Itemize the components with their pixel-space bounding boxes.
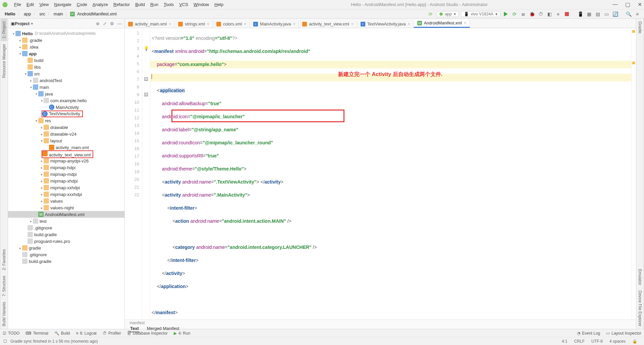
- menu-code[interactable]: Code: [74, 2, 90, 7]
- tab-build-variants[interactable]: Build Variants: [1, 299, 7, 329]
- attach-icon[interactable]: ⎆: [555, 11, 561, 17]
- chevron-right-icon[interactable]: ▸: [40, 179, 44, 183]
- maximize-icon[interactable]: ▢: [625, 1, 630, 8]
- drawable-icon[interactable]: 🖼: [142, 75, 150, 83]
- bb-layout-inspector[interactable]: ▭Layout Inspector: [606, 331, 641, 336]
- sync-gradle-icon[interactable]: 🔄: [612, 11, 619, 17]
- chevron-down-icon[interactable]: ▾: [34, 92, 38, 96]
- tree-item[interactable]: build.gradle: [8, 258, 124, 265]
- tab-project[interactable]: 1: Project: [1, 19, 7, 41]
- lock-icon[interactable]: 🔒: [629, 339, 641, 344]
- chevron-right-icon[interactable]: ▸: [40, 206, 44, 210]
- tree-item[interactable]: proguard-rules.pro: [8, 238, 124, 245]
- project-panel-title[interactable]: Project: [15, 21, 30, 26]
- tree-item[interactable]: ▸gradle: [8, 245, 124, 251]
- status-icon[interactable]: ☐: [3, 339, 7, 344]
- run-config-dropdown[interactable]: app ▾: [436, 11, 459, 17]
- stop-icon[interactable]: [564, 11, 570, 17]
- status-enc[interactable]: UTF-8: [588, 339, 606, 344]
- tree-item[interactable]: ▸mipmap-xxhdpi: [8, 184, 124, 191]
- close-tab-icon[interactable]: ×: [169, 22, 171, 26]
- bulb-icon[interactable]: 💡: [142, 45, 150, 52]
- chevron-down-icon[interactable]: ▾: [40, 139, 44, 143]
- tree-item[interactable]: CMainActivity: [8, 104, 124, 111]
- chevron-right-icon[interactable]: ▸: [40, 159, 44, 163]
- menu-tools[interactable]: Tools: [161, 2, 176, 7]
- menu-view[interactable]: View: [37, 2, 51, 7]
- chevron-down-icon[interactable]: ▾: [40, 99, 44, 102]
- tree-item[interactable]: ▾java: [8, 90, 124, 97]
- close-tab-icon[interactable]: ×: [293, 22, 295, 26]
- drawable-icon[interactable]: 🖼: [142, 91, 150, 98]
- gear-icon[interactable]: ⚙: [110, 21, 114, 26]
- tree-item[interactable]: ▸androidTest: [8, 77, 124, 84]
- tree-item[interactable]: ▾layout: [8, 137, 124, 144]
- chevron-down-icon[interactable]: ▾: [18, 52, 22, 56]
- tree-item[interactable]: ▸mipmap-hdpi: [8, 164, 124, 171]
- tree-item[interactable]: ▸mipmap-xhdpi: [8, 178, 124, 184]
- menu-refactor[interactable]: Refactor: [111, 2, 132, 7]
- tree-item[interactable]: build.gradle: [8, 231, 124, 238]
- settings-icon[interactable]: ≡: [634, 11, 641, 17]
- layout-align-icon[interactable]: ≣: [520, 11, 527, 17]
- chevron-right-icon[interactable]: ▸: [29, 79, 33, 82]
- editor-tab[interactable]: CTextViewActivity.java×: [357, 20, 414, 28]
- tree-item[interactable]: ▸mipmap-mdpi: [8, 171, 124, 178]
- status-pos[interactable]: 4:1: [558, 339, 571, 344]
- close-tab-icon[interactable]: ×: [207, 22, 209, 26]
- resource-icon[interactable]: ▤: [594, 11, 601, 17]
- bb-event-log[interactable]: ◔Event Log: [577, 331, 600, 336]
- chevron-right-icon[interactable]: ▸: [18, 45, 22, 49]
- editor-tab[interactable]: colors.xml×: [213, 20, 250, 28]
- tree-item[interactable]: ▸.gradle: [8, 37, 124, 44]
- bb-terminal[interactable]: ⌨Terminal: [25, 331, 48, 336]
- tree-item[interactable]: ▾res: [8, 117, 124, 124]
- tab-favorites[interactable]: 2: Favorites: [1, 247, 7, 273]
- bb-profiler[interactable]: ⏱Profiler: [103, 331, 121, 336]
- bb-db[interactable]: 🗄Database Inspector: [127, 331, 168, 336]
- close-tab-icon[interactable]: ×: [244, 22, 246, 26]
- tree-item[interactable]: ▸values-night: [8, 204, 124, 211]
- project-scope-icon[interactable]: ▣: [11, 21, 15, 26]
- menu-run[interactable]: Run: [148, 2, 161, 7]
- run-icon[interactable]: [502, 11, 509, 17]
- editor-tab[interactable]: MAndroidManifest.xml×: [414, 19, 470, 28]
- menu-analyze[interactable]: Analyze: [90, 2, 111, 7]
- editor-tab[interactable]: activity_text_view.xml×: [299, 20, 357, 28]
- menu-file[interactable]: File: [11, 2, 24, 7]
- close-icon[interactable]: ✕: [638, 1, 642, 8]
- tree-item[interactable]: ▾app: [8, 50, 124, 57]
- tree-item[interactable]: ▸mipmap-xxxhdpi: [8, 191, 124, 198]
- close-tab-icon[interactable]: ×: [408, 22, 410, 26]
- close-tab-icon[interactable]: ×: [464, 21, 466, 25]
- chevron-right-icon[interactable]: ▸: [18, 39, 22, 42]
- chevron-right-icon[interactable]: ▸: [40, 199, 44, 203]
- chevron-right-icon[interactable]: ▸: [40, 166, 44, 169]
- tree-item[interactable]: activity_text_view.xml: [8, 151, 124, 157]
- menu-edit[interactable]: Edit: [24, 2, 37, 7]
- tree-item[interactable]: ▾main: [8, 84, 124, 90]
- tree-item[interactable]: MAndroidManifest.xml: [8, 211, 124, 218]
- menu-navigate[interactable]: Navigate: [51, 2, 74, 7]
- select-target-icon[interactable]: ⊕: [96, 21, 100, 26]
- tree-item[interactable]: ▸values: [8, 198, 124, 204]
- chevron-right-icon[interactable]: ▸: [18, 246, 22, 250]
- bb-todo[interactable]: ☑TODO: [3, 331, 19, 336]
- chevron-down-icon[interactable]: ▾: [29, 85, 33, 89]
- tree-item[interactable]: activity_main.xml: [8, 144, 124, 151]
- coverage-icon[interactable]: ◧: [546, 11, 553, 17]
- tree-item[interactable]: CTextViewActivity: [8, 111, 124, 117]
- minimize-icon[interactable]: —: [612, 1, 618, 8]
- expand-icon[interactable]: ⤢: [103, 21, 107, 26]
- close-tab-icon[interactable]: ×: [351, 22, 354, 26]
- editor-tab[interactable]: CMainActivity.java×: [250, 20, 299, 28]
- tab-gradle[interactable]: Gradle: [637, 19, 643, 36]
- chevron-right-icon[interactable]: ▸: [40, 172, 44, 176]
- bb-run[interactable]: ▶4: Run: [174, 331, 190, 336]
- status-eol[interactable]: CRLF: [571, 339, 588, 344]
- status-indent[interactable]: 4 spaces: [606, 339, 629, 344]
- chevron-right-icon[interactable]: ▸: [40, 193, 44, 196]
- menu-build[interactable]: Build: [132, 2, 148, 7]
- tree-item[interactable]: ▾com.example.hello: [8, 97, 124, 104]
- search-icon[interactable]: 🔍: [625, 11, 632, 17]
